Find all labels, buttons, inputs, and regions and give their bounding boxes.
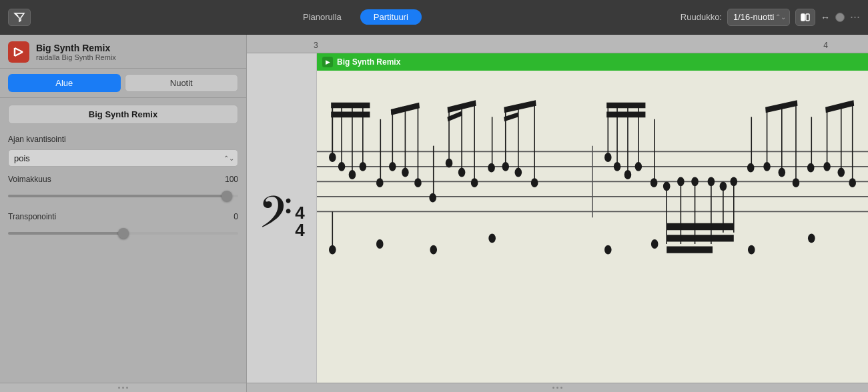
svg-point-66 <box>614 162 621 171</box>
svg-line-4 <box>15 48 23 52</box>
bottom-handle-right[interactable] <box>247 383 868 392</box>
handle-dots-left <box>118 387 128 389</box>
svg-point-41 <box>446 159 453 168</box>
svg-line-46 <box>504 103 536 110</box>
ruudukko-label: Ruudukko: <box>681 12 722 22</box>
voimakkuus-thumb[interactable] <box>222 191 232 201</box>
score-area: 3 4 𝄢 4 4 ▶ Big Synth Remix <box>247 35 868 383</box>
svg-point-107 <box>808 233 815 243</box>
voimakkuus-setting: Voimakkuus 100 <box>8 175 238 204</box>
svg-point-83 <box>708 177 715 186</box>
svg-point-22 <box>360 162 367 171</box>
svg-point-33 <box>414 178 422 187</box>
svg-point-92 <box>763 162 771 171</box>
top-toolbar: Pianorulla Partituuri Ruudukko: 1/16-nuo… <box>0 0 868 35</box>
handle-dot <box>122 387 124 389</box>
svg-point-43 <box>471 178 478 187</box>
svg-point-80 <box>663 181 671 191</box>
svg-point-20 <box>338 162 346 171</box>
tab-partituuri[interactable]: Partituuri <box>360 9 422 25</box>
region-header: ▶ Big Synth Remix <box>317 53 868 71</box>
ajan-kvantisointi-row: Ajan kvantisointi pois 1/4 1/8 1/16 1/32… <box>8 135 238 167</box>
svg-point-52 <box>515 168 522 177</box>
clef-area: 𝄢 4 4 <box>247 53 317 383</box>
svg-point-58 <box>488 233 496 243</box>
svg-point-67 <box>624 170 632 179</box>
svg-line-47 <box>504 115 518 119</box>
snap-button[interactable] <box>795 9 815 26</box>
svg-point-57 <box>430 245 437 255</box>
notation-area: ▶ Big Synth Remix <box>317 53 868 383</box>
svg-point-81 <box>677 177 685 186</box>
svg-line-1 <box>16 14 18 16</box>
bottom-handle-left[interactable] <box>0 383 247 392</box>
svg-point-45 <box>488 163 495 173</box>
score-ruler: 3 4 <box>247 35 868 53</box>
transponointi-value: 0 <box>234 212 238 221</box>
main-area: Big Synth Remix raidalla Big Synth Remix… <box>0 35 868 383</box>
tab-alue[interactable]: Alue <box>8 74 121 92</box>
arrows-icon: ↔ <box>821 12 830 23</box>
region-play-button[interactable]: ▶ <box>322 57 333 67</box>
handle-dot <box>118 387 120 389</box>
ruudukko-select-wrapper: 1/16-nuotti 1/4-nuotti 1/8-nuotti 1/32-n… <box>727 9 790 26</box>
transponointi-thumb[interactable] <box>118 228 129 239</box>
svg-point-82 <box>691 177 699 186</box>
region-tabs: Alue Nuotit <box>0 69 246 98</box>
transponointi-label: Transponointi <box>8 212 56 221</box>
transponointi-fill <box>8 232 123 235</box>
svg-point-102 <box>837 168 845 177</box>
transponointi-slider-container[interactable] <box>8 228 238 241</box>
svg-point-87 <box>747 163 755 173</box>
track-icon <box>8 41 29 63</box>
handle-dot <box>552 387 554 389</box>
ruler-marker-4: 4 <box>823 41 828 50</box>
handle-dot <box>560 387 562 389</box>
svg-point-106 <box>748 245 755 255</box>
svg-line-37 <box>448 113 462 119</box>
toolbar-right: Ruudukko: 1/16-nuotti 1/4-nuotti 1/8-nuo… <box>681 9 860 26</box>
time-sig-bottom: 4 <box>295 221 304 239</box>
region-name-button[interactable]: Big Synth Remix <box>8 105 238 124</box>
svg-point-53 <box>531 178 538 187</box>
svg-point-32 <box>402 168 409 177</box>
svg-point-84 <box>720 181 727 191</box>
svg-point-68 <box>635 162 642 171</box>
region-header-name: Big Synth Remix <box>337 57 400 67</box>
tab-pianorulla[interactable]: Pianorulla <box>290 9 355 25</box>
svg-point-35 <box>429 193 436 203</box>
voimakkuus-fill <box>8 195 227 197</box>
svg-point-24 <box>376 178 384 187</box>
svg-rect-2 <box>801 14 805 21</box>
svg-point-104 <box>604 245 612 255</box>
voimakkuus-track <box>8 195 238 197</box>
svg-point-65 <box>604 153 612 162</box>
track-subtitle: raidalla Big Synth Remix <box>36 53 116 61</box>
tab-nuotit[interactable]: Nuotit <box>125 74 239 92</box>
ruudukko-select[interactable]: 1/16-nuotti 1/4-nuotti 1/8-nuotti 1/32-n… <box>727 9 790 26</box>
more-dots[interactable]: ··· <box>850 10 860 24</box>
svg-line-97 <box>825 103 853 110</box>
time-sig-top: 4 <box>295 204 304 221</box>
handle-dot <box>556 387 558 389</box>
circle-control[interactable] <box>835 13 845 22</box>
transponointi-header: Transponointi 0 <box>8 212 238 221</box>
bass-clef-symbol: 𝄢 <box>258 191 292 245</box>
svg-point-21 <box>349 170 356 179</box>
settings-section: Ajan kvantisointi pois 1/4 1/8 1/16 1/32… <box>0 128 246 248</box>
voimakkuus-slider-container[interactable] <box>8 191 238 204</box>
handle-dots-right <box>552 387 562 389</box>
ajan-kvantisointi-label: Ajan kvantisointi <box>8 135 238 144</box>
voimakkuus-label: Voimakkuus <box>8 175 51 184</box>
toolbar-left <box>8 9 31 26</box>
svg-point-103 <box>849 178 856 187</box>
filter-button[interactable] <box>8 9 31 26</box>
ajan-kvantisointi-select[interactable]: pois 1/4 1/8 1/16 1/32 <box>8 149 238 167</box>
handle-dot <box>126 387 128 389</box>
svg-point-94 <box>793 178 800 187</box>
sheet-music-svg <box>317 71 868 383</box>
track-title: Big Synth Remix <box>36 43 116 53</box>
track-header: Big Synth Remix raidalla Big Synth Remix <box>0 35 246 69</box>
svg-rect-3 <box>806 14 809 21</box>
svg-point-56 <box>376 239 384 249</box>
